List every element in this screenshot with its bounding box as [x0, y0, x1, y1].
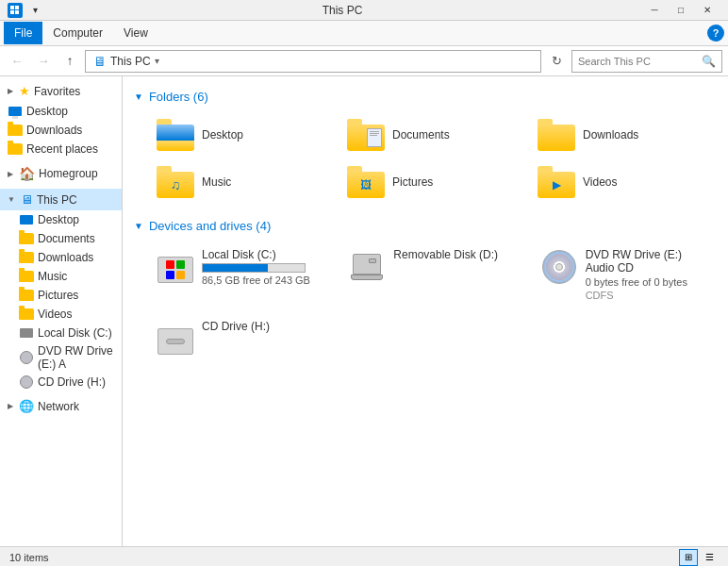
sidebar-item-desktop[interactable]: Desktop: [0, 102, 122, 121]
sidebar-item-downloads[interactable]: Downloads: [0, 121, 122, 140]
folder-item-documents[interactable]: Documents: [339, 113, 526, 157]
folders-section-title: Folders (6): [149, 90, 208, 104]
sidebar-network-section: ▶ 🌐 Network: [0, 395, 122, 417]
items-count: 10 items: [9, 552, 49, 563]
large-icons-view-button[interactable]: ⊞: [679, 549, 698, 566]
localc-name: Local Disk (C:): [202, 248, 310, 261]
minimize-button[interactable]: ─: [641, 0, 668, 21]
thispc-downloads-label: Downloads: [38, 251, 93, 264]
address-dropdown-icon[interactable]: ▾: [155, 56, 159, 66]
folder-item-music[interactable]: ♫ Music: [149, 160, 336, 204]
folder-item-videos[interactable]: ▶ Videos: [530, 160, 717, 204]
thispc-music-icon: [19, 269, 34, 284]
recent-sidebar-icon: [8, 142, 23, 157]
folder-music-name: Music: [202, 175, 231, 189]
desktop-sidebar-icon: [8, 104, 23, 119]
folders-chevron-icon[interactable]: ▼: [134, 92, 143, 102]
sidebar-thispc-videos[interactable]: Videos: [0, 305, 122, 324]
dvd-drive-icon: [540, 248, 578, 286]
drives-chevron-icon[interactable]: ▼: [134, 221, 143, 231]
sidebar-thispc-downloads[interactable]: Downloads: [0, 248, 122, 267]
thispc-dvd-label: DVD RW Drive (E:) A: [38, 344, 114, 371]
folder-item-downloads[interactable]: Downloads: [530, 113, 717, 157]
sidebar-thispc-header[interactable]: ▼ 🖥 This PC: [0, 189, 122, 210]
thispc-pictures-icon: [19, 288, 34, 303]
folder-videos-name: Videos: [583, 175, 617, 189]
videos-folder-icon: ▶: [538, 166, 575, 198]
dvd-name: DVD RW Drive (E:) Audio CD: [586, 248, 709, 275]
drive-item-dvd[interactable]: DVD RW Drive (E:) Audio CD 0 bytes free …: [533, 242, 717, 307]
cd-name: CD Drive (H:): [202, 320, 270, 333]
close-button[interactable]: ✕: [694, 0, 720, 21]
title-bar: ▾ This PC ─ □ ✕: [0, 0, 728, 21]
sidebar-thispc-documents[interactable]: Documents: [0, 229, 122, 248]
localc-bar: [202, 263, 306, 273]
status-bar: 10 items ⊞ ☰: [0, 546, 728, 566]
sidebar-favorites-header[interactable]: ▶ ★ Favorites: [0, 80, 122, 102]
qat-down-btn[interactable]: ▾: [26, 3, 43, 18]
sidebar-thispc-localc[interactable]: Local Disk (C:): [0, 324, 122, 342]
view-buttons: ⊞ ☰: [679, 549, 719, 566]
drive-item-cd[interactable]: CD Drive (H:): [149, 314, 333, 363]
quick-access-toolbar: ▾: [26, 3, 43, 18]
thispc-music-label: Music: [38, 270, 67, 283]
search-input[interactable]: [578, 56, 702, 67]
dvd-info: DVD RW Drive (E:) Audio CD 0 bytes free …: [586, 248, 709, 301]
cd-info: CD Drive (H:): [202, 320, 270, 333]
sidebar-thispc-pictures[interactable]: Pictures: [0, 286, 122, 305]
sidebar-thispc-dvd[interactable]: DVD RW Drive (E:) A: [0, 342, 122, 373]
tab-view[interactable]: View: [113, 22, 158, 44]
folder-item-desktop[interactable]: Desktop: [149, 113, 336, 157]
removable-info: Removable Disk (D:): [393, 248, 498, 261]
drives-grid: Local Disk (C:) 86,5 GB free of 243 GB: [149, 242, 717, 363]
drive-item-removable[interactable]: Removable Disk (D:): [340, 242, 524, 307]
dvd-label: CDFS: [586, 290, 709, 301]
tab-computer[interactable]: Computer: [42, 22, 113, 44]
title-bar-left: ▾: [8, 3, 43, 18]
help-button[interactable]: ?: [707, 25, 724, 42]
address-box[interactable]: 🖥 This PC ▾: [85, 50, 541, 73]
sidebar-thispc-music[interactable]: Music: [0, 267, 122, 286]
tab-file[interactable]: File: [4, 22, 42, 44]
sidebar-thispc-cd[interactable]: CD Drive (H:): [0, 373, 122, 391]
thispc-documents-icon: [19, 231, 34, 246]
dvd-free: 0 bytes free of 0 bytes: [586, 276, 709, 288]
thispc-desktop-icon: [19, 212, 34, 227]
network-icon: 🌐: [19, 399, 34, 413]
cd-visual: [542, 250, 576, 284]
refresh-button[interactable]: ↻: [545, 50, 568, 73]
thispc-videos-icon: [19, 307, 34, 322]
music-folder-icon: ♫: [157, 166, 194, 198]
list-view-button[interactable]: ☰: [700, 549, 719, 566]
cd-center: [555, 263, 563, 271]
sidebar-item-recent[interactable]: Recent places: [0, 140, 122, 158]
search-box[interactable]: 🔍: [571, 50, 722, 73]
maximize-button[interactable]: □: [668, 0, 694, 21]
back-button[interactable]: ←: [6, 50, 28, 73]
thispc-pictures-label: Pictures: [38, 289, 78, 302]
drive-item-localc[interactable]: Local Disk (C:) 86,5 GB free of 243 GB: [149, 242, 333, 307]
cd-drive-icon: [157, 320, 194, 358]
forward-button[interactable]: →: [32, 50, 55, 73]
thispc-localc-label: Local Disk (C:): [38, 326, 112, 340]
homegroup-chevron-icon: ▶: [8, 170, 13, 178]
localc-drive-icon: [157, 248, 194, 286]
network-chevron-icon: ▶: [8, 402, 13, 410]
folder-item-pictures[interactable]: 🖼 Pictures: [339, 160, 526, 204]
star-icon: ★: [19, 84, 30, 98]
sidebar-thispc-desktop[interactable]: Desktop: [0, 210, 122, 229]
main-layout: ▶ ★ Favorites Desktop Downloads: [0, 76, 728, 546]
up-button[interactable]: ↑: [58, 50, 81, 73]
downloads-sidebar-icon: [8, 123, 23, 138]
folder-downloads-name: Downloads: [583, 128, 638, 142]
window-title: This PC: [43, 4, 641, 17]
thispc-documents-label: Documents: [38, 232, 95, 245]
sidebar-network-header[interactable]: ▶ 🌐 Network: [0, 395, 122, 417]
thispc-downloads2-icon: [19, 250, 34, 265]
sidebar-homegroup-header[interactable]: ▶ 🏠 Homegroup: [0, 162, 122, 185]
thispc-icon: 🖥: [21, 192, 33, 207]
folder-pictures-name: Pictures: [392, 175, 433, 189]
drives-section-header: ▼ Devices and drives (4): [134, 219, 717, 233]
window-controls: ─ □ ✕: [641, 0, 720, 21]
documents-folder-icon: [347, 119, 385, 151]
